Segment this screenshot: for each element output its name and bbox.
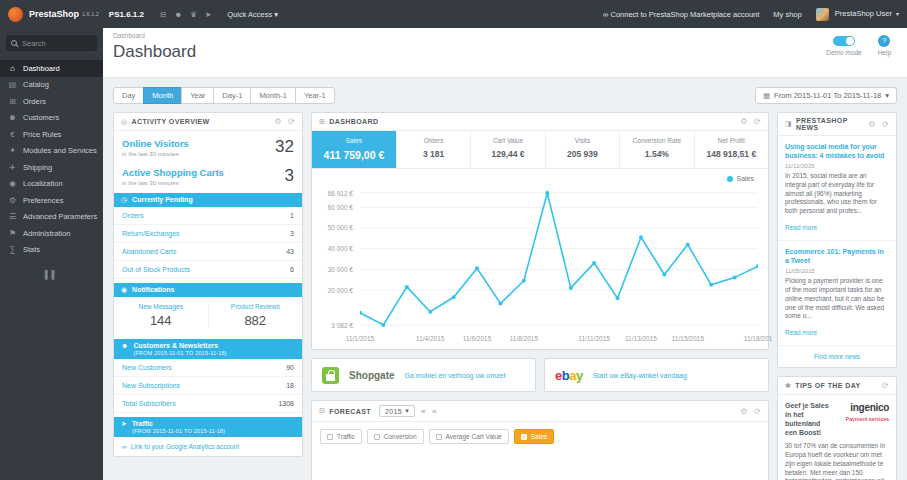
quick-access-menu[interactable]: Quick Access ▾ (227, 10, 278, 19)
forecast-year-select[interactable]: 2015 ▾ (379, 405, 415, 417)
google-analytics-link[interactable]: ∞ Link to your Google Analytics account (114, 437, 302, 456)
kpi-sales[interactable]: Sales 411 759,00 € (312, 131, 397, 168)
range-day-1-button[interactable]: Day-1 (213, 87, 251, 104)
refresh-icon[interactable]: ⟳ (754, 117, 761, 126)
ebay-link[interactable]: Start uw eBay-winkel vandaag (593, 372, 687, 379)
demo-mode-toggle[interactable] (833, 36, 855, 46)
kpi-conversion-rate[interactable]: Conversion Rate 1.54% (620, 131, 694, 168)
read-more-link[interactable]: Read more (785, 329, 817, 336)
sidebar-item-price-rules[interactable]: € Price Rules (0, 126, 103, 143)
gear-icon: ⚙ (7, 196, 18, 205)
brand-name: PrestaShop (29, 9, 79, 19)
kpi-cart-value[interactable]: Cart Value 129,44 € (471, 131, 545, 168)
gear-icon[interactable]: ⚙ (868, 120, 876, 129)
stats-icon: ∑ (7, 245, 18, 254)
sidebar-item-preferences[interactable]: ⚙ Preferences (0, 192, 103, 209)
range-year-button[interactable]: Year (181, 87, 214, 104)
administration-icon: ⚑ (7, 229, 18, 238)
article-title-link[interactable]: Using social media for your business: 4 … (785, 142, 889, 160)
kpi-orders[interactable]: Orders 3 181 (397, 131, 471, 168)
sidebar-item-dashboard[interactable]: ⌂ Dashboard (0, 60, 103, 77)
kpi-net-profit[interactable]: Net Profit 148 918,51 € (695, 131, 768, 168)
refresh-icon[interactable]: ⟳ (882, 120, 889, 129)
abandoned-carts-row[interactable]: Abandoned Carts 43 (114, 243, 302, 261)
new-customers-row[interactable]: New Customers 90 (114, 359, 302, 377)
pending-orders-row[interactable]: Orders 1 (114, 207, 302, 225)
sidebar-item-customers[interactable]: ☻ Customers (0, 110, 103, 127)
checkbox-checked-icon (521, 434, 527, 440)
sidebar-item-orders[interactable]: ⊞ Orders (0, 93, 103, 110)
product-reviews-stat[interactable]: Product Reviews 882 (208, 303, 303, 328)
panel-title: PRESTASHOP NEWS (796, 117, 862, 131)
pending-returns-row[interactable]: Return/Exchanges 3 (114, 225, 302, 243)
cart-icon[interactable]: ⊟ (160, 10, 166, 19)
forecast-avg-cart-toggle[interactable]: Average Cart Value (429, 429, 509, 444)
module-ads-row: Shopgate Ga mobiel en verhoog uw omzet e… (311, 358, 769, 392)
active-carts-link[interactable]: Active Shopping Carts (122, 167, 285, 178)
sidebar-item-localization[interactable]: ◉ Localization (0, 176, 103, 193)
user-menu[interactable]: PrestaShop User ▾ (816, 8, 899, 21)
sidebar-collapse-icon[interactable]: ▌▌ (0, 270, 103, 279)
gear-icon[interactable]: ⚙ (740, 407, 748, 416)
chevron-down-icon: ▾ (885, 91, 889, 100)
forecast-chart-icon: ⊟ (319, 407, 325, 415)
sidebar-search[interactable] (6, 35, 97, 51)
my-shop-link[interactable]: My shop (773, 10, 801, 19)
total-subscribers-row[interactable]: Total Subscribers 1308 (114, 395, 302, 413)
person-icon[interactable]: ☻ (174, 10, 182, 19)
chart-plot-area (360, 189, 758, 329)
online-visitors-link[interactable]: Online Visitors (122, 138, 275, 149)
sidebar-item-administration[interactable]: ⚑ Administration (0, 225, 103, 242)
shop-name-link[interactable]: PS1.6.1.2 (109, 10, 144, 19)
clock-icon: ◷ (121, 196, 127, 204)
ebay-ad: ebay Start uw eBay-winkel vandaag (544, 358, 769, 392)
next-year-icon[interactable]: » (432, 407, 437, 416)
rocket-icon[interactable]: ➤ (205, 10, 211, 19)
read-more-link[interactable]: Read more (785, 224, 817, 231)
kpi-visits[interactable]: Visits 205 939 (546, 131, 620, 168)
marketplace-link[interactable]: ∞ Connect to PrestaShop Marketplace acco… (603, 10, 759, 19)
prev-year-icon[interactable]: « (421, 407, 426, 416)
online-visitors-stat: Online Visitors in the last 30 minutes 3… (114, 131, 302, 160)
range-day-button[interactable]: Day (113, 87, 144, 104)
forecast-traffic-toggle[interactable]: Traffic (320, 429, 362, 444)
prestashop-logo[interactable] (8, 7, 23, 22)
activity-overview-panel: ◎ ACTIVITY OVERVIEW ⚙ ⟳ Online Visitors … (113, 112, 303, 457)
search-icon (11, 40, 17, 46)
sidebar-item-label: Catalog (23, 80, 49, 89)
checkbox-icon (327, 434, 333, 440)
tips-icon: ✱ (785, 382, 791, 390)
find-more-news-link[interactable]: Find more news (778, 346, 896, 367)
chart-y-axis: 66 912 €60 000 €50 000 €40 000 €30 000 €… (320, 189, 356, 329)
sidebar-item-stats[interactable]: ∑ Stats (0, 242, 103, 259)
forecast-conversion-toggle[interactable]: Conversion (367, 429, 424, 444)
sidebar-item-modules-and-services[interactable]: ✦ Modules and Services (0, 143, 103, 160)
panel-title: TIPS OF THE DAY (795, 382, 860, 389)
out-of-stock-row[interactable]: Out of Stock Products 6 (114, 261, 302, 279)
tip-body-text: 30 tot 70% van de consumenten in Europa … (785, 442, 889, 480)
notifications-columns: New Messages 144 Product Reviews 882 (114, 297, 302, 335)
refresh-icon[interactable]: ⟳ (882, 381, 889, 390)
gear-icon[interactable]: ⚙ (274, 117, 282, 126)
new-subscriptions-row[interactable]: New Subscriptions 18 (114, 377, 302, 395)
traffic-header: ➤ Traffic (FROM 2015-11-01 TO 2015-11-18… (114, 417, 302, 437)
gear-icon[interactable]: ⚙ (740, 117, 748, 126)
range-year-1-button[interactable]: Year-1 (295, 87, 335, 104)
shopgate-link[interactable]: Ga mobiel en verhoog uw omzet (405, 372, 506, 379)
date-range-picker[interactable]: ▦ From 2015-11-01 To 2015-11-18 ▾ (755, 87, 897, 104)
new-messages-stat[interactable]: New Messages 144 (114, 303, 208, 328)
help-icon[interactable]: ? (878, 35, 890, 47)
refresh-icon[interactable]: ⟳ (754, 407, 761, 416)
sidebar-item-shipping[interactable]: ✈ Shipping (0, 159, 103, 176)
stat-subtitle: in the last 30 minutes (122, 151, 275, 157)
sidebar-item-catalog[interactable]: ▤ Catalog (0, 77, 103, 94)
range-month-button[interactable]: Month (143, 87, 182, 104)
range-month-1-button[interactable]: Month-1 (250, 87, 296, 104)
sidebar-item-advanced-parameters[interactable]: ☰ Advanced Parameters (0, 209, 103, 226)
search-input[interactable] (22, 39, 92, 48)
article-date: 11/12/2015 (785, 163, 889, 169)
trophy-icon[interactable]: ♛ (190, 10, 197, 19)
article-title-link[interactable]: Ecommerce 101: Payments in a Tweet (785, 247, 889, 265)
forecast-sales-toggle[interactable]: Sales (514, 429, 554, 444)
refresh-icon[interactable]: ⟳ (288, 117, 295, 126)
